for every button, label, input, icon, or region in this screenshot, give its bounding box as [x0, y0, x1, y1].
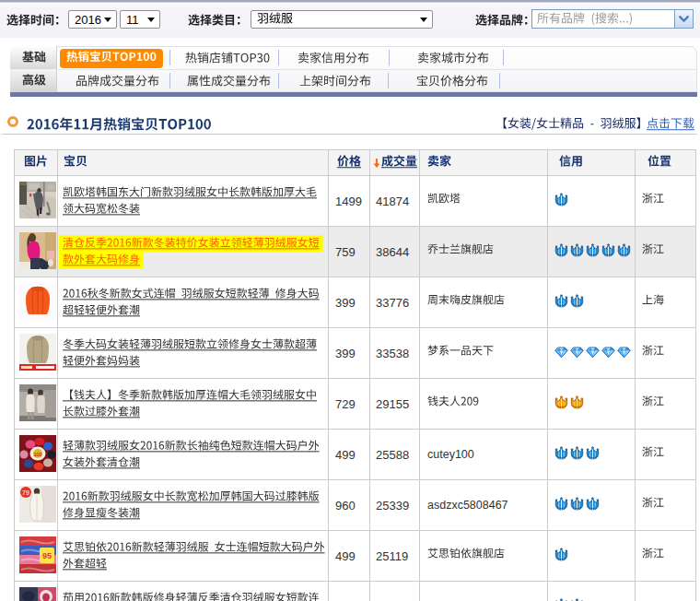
svg-text:95: 95	[42, 551, 52, 560]
svg-text:100: 100	[33, 452, 41, 457]
svg-text:79: 79	[22, 489, 29, 496]
